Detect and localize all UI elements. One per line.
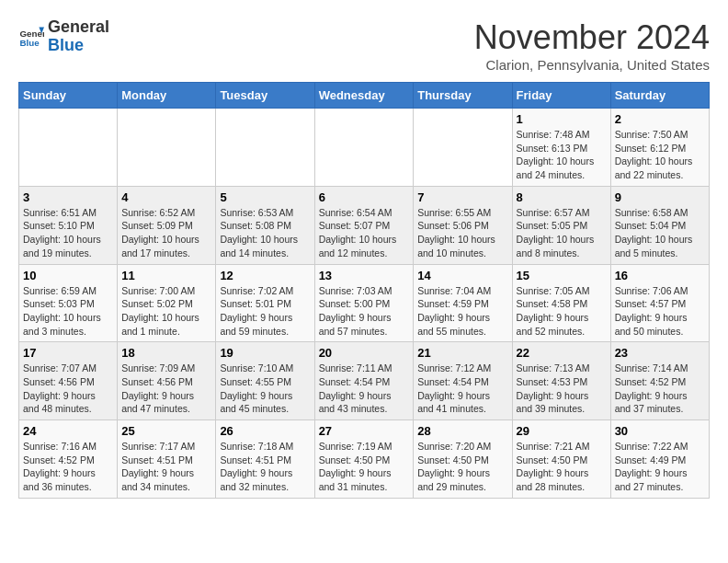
header-row: SundayMondayTuesdayWednesdayThursdayFrid…	[19, 83, 710, 109]
day-number: 26	[220, 424, 310, 438]
day-number: 20	[319, 346, 410, 360]
logo-blue-text: Blue	[48, 36, 84, 54]
day-number: 17	[23, 346, 113, 360]
calendar-cell	[216, 109, 314, 187]
day-number: 30	[615, 424, 705, 438]
day-info: Sunrise: 7:06 AM Sunset: 4:57 PM Dayligh…	[615, 284, 705, 339]
calendar-week-5: 24Sunrise: 7:16 AM Sunset: 4:52 PM Dayli…	[19, 420, 710, 499]
day-info: Sunrise: 7:02 AM Sunset: 5:01 PM Dayligh…	[220, 284, 310, 339]
day-number: 7	[417, 190, 507, 204]
location: Clarion, Pennsylvania, United States	[474, 57, 710, 73]
day-number: 28	[417, 424, 507, 438]
calendar-header: SundayMondayTuesdayWednesdayThursdayFrid…	[19, 83, 710, 109]
day-number: 4	[121, 190, 211, 204]
day-info: Sunrise: 7:04 AM Sunset: 4:59 PM Dayligh…	[417, 284, 507, 339]
calendar-week-3: 10Sunrise: 6:59 AM Sunset: 5:03 PM Dayli…	[19, 264, 710, 342]
calendar-cell: 17Sunrise: 7:07 AM Sunset: 4:56 PM Dayli…	[19, 342, 118, 420]
day-info: Sunrise: 6:57 AM Sunset: 5:05 PM Dayligh…	[517, 206, 607, 260]
day-info: Sunrise: 7:22 AM Sunset: 4:49 PM Dayligh…	[615, 440, 705, 494]
calendar-cell: 14Sunrise: 7:04 AM Sunset: 4:59 PM Dayli…	[414, 264, 512, 342]
calendar-cell	[118, 109, 216, 187]
day-number: 2	[615, 112, 705, 126]
calendar-cell: 13Sunrise: 7:03 AM Sunset: 5:00 PM Dayli…	[314, 264, 414, 342]
day-header-monday: Monday	[118, 83, 216, 109]
calendar-week-2: 3Sunrise: 6:51 AM Sunset: 5:10 PM Daylig…	[19, 186, 710, 264]
day-header-saturday: Saturday	[610, 83, 709, 109]
day-number: 18	[121, 346, 211, 360]
calendar-cell: 16Sunrise: 7:06 AM Sunset: 4:57 PM Dayli…	[610, 264, 709, 342]
calendar-cell: 2Sunrise: 7:50 AM Sunset: 6:12 PM Daylig…	[610, 109, 709, 187]
calendar-cell: 27Sunrise: 7:19 AM Sunset: 4:50 PM Dayli…	[314, 420, 414, 499]
day-number: 9	[615, 190, 705, 204]
calendar-cell: 21Sunrise: 7:12 AM Sunset: 4:54 PM Dayli…	[414, 342, 512, 420]
day-info: Sunrise: 7:00 AM Sunset: 5:02 PM Dayligh…	[121, 284, 211, 339]
day-number: 1	[517, 112, 607, 126]
day-info: Sunrise: 6:59 AM Sunset: 5:03 PM Dayligh…	[23, 284, 113, 339]
day-number: 13	[319, 269, 410, 282]
month-title: November 2024	[474, 18, 710, 57]
day-header-sunday: Sunday	[19, 83, 118, 109]
calendar-cell: 15Sunrise: 7:05 AM Sunset: 4:58 PM Dayli…	[512, 264, 610, 342]
day-number: 3	[23, 190, 113, 204]
logo-icon: General Blue	[18, 24, 44, 50]
day-info: Sunrise: 7:05 AM Sunset: 4:58 PM Dayligh…	[517, 284, 607, 339]
calendar-body: 1Sunrise: 7:48 AM Sunset: 6:13 PM Daylig…	[19, 109, 710, 499]
day-info: Sunrise: 7:21 AM Sunset: 4:50 PM Dayligh…	[517, 440, 607, 494]
calendar-cell	[414, 109, 512, 187]
calendar-cell: 9Sunrise: 6:58 AM Sunset: 5:04 PM Daylig…	[610, 186, 709, 264]
calendar-cell: 18Sunrise: 7:09 AM Sunset: 4:56 PM Dayli…	[118, 342, 216, 420]
svg-text:Blue: Blue	[19, 38, 40, 48]
calendar-cell: 7Sunrise: 6:55 AM Sunset: 5:06 PM Daylig…	[414, 186, 512, 264]
calendar-cell: 22Sunrise: 7:13 AM Sunset: 4:53 PM Dayli…	[512, 342, 610, 420]
calendar-cell: 28Sunrise: 7:20 AM Sunset: 4:50 PM Dayli…	[414, 420, 512, 499]
calendar-cell	[314, 109, 414, 187]
day-header-friday: Friday	[512, 83, 610, 109]
day-info: Sunrise: 6:52 AM Sunset: 5:09 PM Dayligh…	[121, 206, 211, 260]
logo-general-text: General	[48, 17, 109, 36]
calendar-cell: 20Sunrise: 7:11 AM Sunset: 4:54 PM Dayli…	[314, 342, 414, 420]
day-header-thursday: Thursday	[414, 83, 512, 109]
calendar-cell: 3Sunrise: 6:51 AM Sunset: 5:10 PM Daylig…	[19, 186, 118, 264]
day-info: Sunrise: 7:03 AM Sunset: 5:00 PM Dayligh…	[319, 284, 410, 339]
calendar-cell: 29Sunrise: 7:21 AM Sunset: 4:50 PM Dayli…	[512, 420, 610, 499]
day-number: 10	[23, 269, 113, 282]
calendar-cell: 8Sunrise: 6:57 AM Sunset: 5:05 PM Daylig…	[512, 186, 610, 264]
day-info: Sunrise: 7:48 AM Sunset: 6:13 PM Dayligh…	[517, 128, 607, 182]
day-header-wednesday: Wednesday	[314, 83, 414, 109]
day-info: Sunrise: 7:20 AM Sunset: 4:50 PM Dayligh…	[417, 440, 507, 494]
day-info: Sunrise: 6:58 AM Sunset: 5:04 PM Dayligh…	[615, 206, 705, 260]
title-section: November 2024 Clarion, Pennsylvania, Uni…	[474, 18, 710, 73]
header: General Blue General Blue November 2024 …	[18, 18, 710, 73]
calendar-cell	[19, 109, 118, 187]
day-number: 6	[319, 190, 410, 204]
calendar-cell: 12Sunrise: 7:02 AM Sunset: 5:01 PM Dayli…	[216, 264, 314, 342]
day-info: Sunrise: 7:09 AM Sunset: 4:56 PM Dayligh…	[121, 362, 211, 416]
calendar-cell: 19Sunrise: 7:10 AM Sunset: 4:55 PM Dayli…	[216, 342, 314, 420]
day-number: 8	[517, 190, 607, 204]
day-header-tuesday: Tuesday	[216, 83, 314, 109]
day-number: 14	[417, 269, 507, 282]
day-info: Sunrise: 7:17 AM Sunset: 4:51 PM Dayligh…	[121, 440, 211, 494]
day-info: Sunrise: 6:54 AM Sunset: 5:07 PM Dayligh…	[319, 206, 410, 260]
calendar-week-1: 1Sunrise: 7:48 AM Sunset: 6:13 PM Daylig…	[19, 109, 710, 187]
calendar-cell: 24Sunrise: 7:16 AM Sunset: 4:52 PM Dayli…	[19, 420, 118, 499]
day-number: 29	[517, 424, 607, 438]
day-info: Sunrise: 7:10 AM Sunset: 4:55 PM Dayligh…	[220, 362, 310, 416]
day-number: 16	[615, 269, 705, 282]
logo: General Blue General Blue	[18, 18, 109, 55]
day-info: Sunrise: 7:18 AM Sunset: 4:51 PM Dayligh…	[220, 440, 310, 494]
calendar-cell: 4Sunrise: 6:52 AM Sunset: 5:09 PM Daylig…	[118, 186, 216, 264]
day-info: Sunrise: 7:19 AM Sunset: 4:50 PM Dayligh…	[319, 440, 410, 494]
calendar-cell: 11Sunrise: 7:00 AM Sunset: 5:02 PM Dayli…	[118, 264, 216, 342]
day-number: 27	[319, 424, 410, 438]
day-number: 23	[615, 346, 705, 360]
calendar-week-4: 17Sunrise: 7:07 AM Sunset: 4:56 PM Dayli…	[19, 342, 710, 420]
day-number: 19	[220, 346, 310, 360]
day-info: Sunrise: 6:51 AM Sunset: 5:10 PM Dayligh…	[23, 206, 113, 260]
day-number: 22	[517, 346, 607, 360]
calendar-cell: 26Sunrise: 7:18 AM Sunset: 4:51 PM Dayli…	[216, 420, 314, 499]
day-info: Sunrise: 7:11 AM Sunset: 4:54 PM Dayligh…	[319, 362, 410, 416]
day-info: Sunrise: 7:13 AM Sunset: 4:53 PM Dayligh…	[517, 362, 607, 416]
calendar-cell: 30Sunrise: 7:22 AM Sunset: 4:49 PM Dayli…	[610, 420, 709, 499]
day-number: 25	[121, 424, 211, 438]
